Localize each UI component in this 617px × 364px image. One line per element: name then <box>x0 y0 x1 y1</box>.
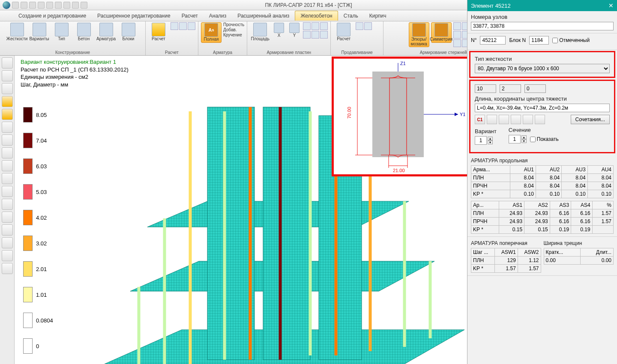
pick-tool-icon[interactable] <box>2 237 13 248</box>
qat-cube3-icon[interactable] <box>72 2 79 9</box>
prodav-raschet-button[interactable]: Расчет <box>333 22 354 42</box>
epury-button[interactable]: Эпюры/ мозаика <box>409 22 429 47</box>
y-icon <box>289 23 300 33</box>
ribbon-button[interactable]: Варианты <box>29 22 50 42</box>
qat-cube2-icon[interactable] <box>63 2 70 9</box>
menu-tab[interactable]: Создание и редактирование <box>13 11 92 21</box>
qat-undo-icon[interactable] <box>38 2 45 9</box>
longitudinal-rebar-label: АРМАТУРА продольная <box>471 158 614 164</box>
menu-tab[interactable]: Железобетон <box>295 11 338 21</box>
frame-tool-icon[interactable] <box>2 199 13 210</box>
qat-new-icon[interactable] <box>12 2 19 9</box>
section-spinner[interactable]: ▲▼ <box>509 135 527 143</box>
armatura-options: Прочность Добав. Кручение <box>223 22 244 37</box>
tool-b-icon[interactable] <box>499 115 509 124</box>
axis-z-label: Z1 <box>400 61 406 66</box>
ribbon-icon <box>77 23 91 36</box>
text-tool-icon[interactable] <box>2 250 13 261</box>
zoom-tool-icon[interactable] <box>2 224 13 236</box>
rotate-tool-icon[interactable] <box>2 160 13 171</box>
as-icon: As <box>204 23 218 37</box>
menu-tab[interactable]: Расширенный анализ <box>232 11 295 21</box>
pause-tool-icon[interactable] <box>2 122 13 133</box>
show-checkbox[interactable]: Показать <box>530 136 559 142</box>
close-icon[interactable]: ✕ <box>608 2 614 9</box>
qat-person-icon[interactable] <box>81 2 87 9</box>
menu-tab[interactable]: Кирпич <box>364 11 392 21</box>
tool-c-icon[interactable] <box>511 115 521 124</box>
svg-marker-21 <box>455 113 458 116</box>
legend-value: 6.03 <box>36 163 47 170</box>
raschet-button[interactable]: Расчет <box>148 22 169 42</box>
ribbon-group-raschet: Расчет Расчет <box>146 21 198 55</box>
ribbon-button[interactable]: Жесткости <box>7 22 27 42</box>
zoom-out-tool-icon[interactable] <box>2 96 13 107</box>
viewport[interactable]: Вариант конструирования:Вариант 1 Расчет… <box>15 56 467 364</box>
simmetriya-button[interactable]: Симметрия <box>431 22 452 43</box>
tool-e-icon[interactable] <box>535 115 545 124</box>
element-tool-icon[interactable] <box>2 186 13 197</box>
brush-tool-icon[interactable] <box>2 263 13 274</box>
ribbon-group-label: Конструирование <box>55 50 90 55</box>
tool-d-icon[interactable] <box>523 115 533 124</box>
circle-minus-tool-icon[interactable] <box>2 134 13 146</box>
x-button[interactable]: X <box>272 22 286 39</box>
legend-value: 3.02 <box>36 240 47 247</box>
variant-spinner[interactable]: ▲▼ <box>475 136 497 145</box>
menu-tab[interactable]: Расчет <box>176 11 204 21</box>
punch-icon <box>337 23 350 36</box>
ribbon-button[interactable]: Тип <box>51 22 72 42</box>
legend-value: 4.02 <box>36 215 47 221</box>
grid-tool-icon[interactable] <box>2 83 13 94</box>
cursor-tool-icon[interactable] <box>2 109 13 120</box>
funnel-tool-icon[interactable] <box>2 173 13 184</box>
pointer-tool-icon[interactable] <box>2 70 13 81</box>
stiffness-select[interactable]: 80. Двутавр 70 в брусе 1000 x 600 <box>475 64 610 73</box>
down-icon[interactable]: ▼ <box>488 140 493 144</box>
ribbon-group-prodavlivanie: Расчет Продавливание <box>331 21 383 55</box>
svg-rect-18 <box>372 72 424 157</box>
axis-y-label: Y1 <box>460 112 465 117</box>
target-tool-icon[interactable] <box>2 147 13 158</box>
qat-cube1-icon[interactable] <box>55 2 62 9</box>
ribbon-button[interactable]: Арматура <box>96 22 117 42</box>
svg-rect-4 <box>207 107 255 360</box>
block-number-field[interactable] <box>529 36 549 45</box>
type-ke-field <box>475 84 496 93</box>
app-title: ПК ЛИРА-САПР 2017 R1 x64 - [СТЖ] <box>265 2 352 8</box>
nodes-label: Номера узлов <box>471 14 614 20</box>
combinations-button[interactable]: Сочетания... <box>571 115 610 124</box>
ribbon-button[interactable]: Бетон <box>74 22 94 42</box>
polnaya-button[interactable]: As Полная <box>201 22 222 43</box>
tool-a-icon[interactable] <box>487 115 497 124</box>
ribbon-group-armatura: As Полная Прочность Добав. Кручение Арма… <box>198 21 247 55</box>
ploshchad-button[interactable]: Площадь <box>250 22 270 42</box>
length-field[interactable] <box>475 104 610 112</box>
c1-button[interactable]: C1 <box>475 115 485 124</box>
qat-open-icon[interactable] <box>21 2 27 9</box>
ribbon-icon <box>122 23 135 36</box>
qat-redo-icon[interactable] <box>46 2 53 9</box>
up-icon[interactable]: ▲ <box>521 135 527 139</box>
menu-tab[interactable]: Анализ <box>204 11 232 21</box>
ksech-field <box>500 84 521 93</box>
qat-save-icon[interactable] <box>29 2 36 9</box>
y-button[interactable]: Y <box>288 22 301 39</box>
crosshair-tool-icon[interactable] <box>2 57 13 69</box>
epury-icon <box>412 23 426 37</box>
app-logo-icon <box>3 1 10 9</box>
menu-tab[interactable]: Сталь <box>338 11 364 21</box>
legend-swatch <box>23 210 33 225</box>
up-icon[interactable]: ▲ <box>488 137 493 140</box>
element-number-field[interactable] <box>480 36 506 45</box>
legend-swatch <box>23 338 33 354</box>
rebar-asw-table: Шаг ...ASW1ASW2ПЛН1291.12KP *1.571.57 <box>471 248 541 273</box>
nodes-field[interactable] <box>471 22 614 30</box>
down-icon[interactable]: ▼ <box>521 139 527 143</box>
flag-tool-icon[interactable] <box>2 212 13 223</box>
marked-checkbox[interactable]: Отмеченный <box>552 37 590 43</box>
menu-tab[interactable]: Расширенное редактирование <box>92 11 176 21</box>
rebar-as-table: Ар...AS1AS2AS3AS4%ПЛН24.9324.936.166.161… <box>471 201 614 234</box>
stiffness-block: Тип жесткости 80. Двутавр 70 в брусе 100… <box>469 51 615 78</box>
ribbon-button[interactable]: Блоки <box>118 22 139 42</box>
